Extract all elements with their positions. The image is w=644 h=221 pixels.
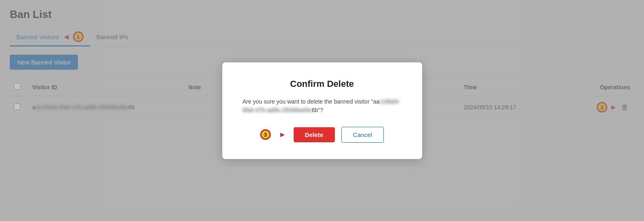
modal-actions: 3 ► Delete Cancel — [243, 127, 402, 143]
delete3-arrow: ► — [279, 130, 286, 139]
delete3-annotation: 3 — [260, 129, 271, 140]
confirm-delete-label: Delete — [305, 131, 323, 138]
modal-body-prefix: Are you sure you want to delete the bann… — [243, 98, 380, 105]
confirm-delete-modal: Confirm Delete Are you sure you want to … — [222, 62, 422, 159]
cancel-button[interactable]: Cancel — [341, 127, 384, 143]
modal-overlay: Confirm Delete Are you sure you want to … — [0, 0, 644, 221]
modal-body-suffix: 6b"? — [312, 107, 323, 113]
main-content: Ban List Banned Visitors ◄ 1 Banned IPs … — [0, 0, 644, 221]
modal-title: Confirm Delete — [243, 79, 402, 89]
modal-body: Are you sure you want to delete the bann… — [243, 97, 402, 115]
confirm-delete-button[interactable]: Delete — [294, 127, 335, 142]
